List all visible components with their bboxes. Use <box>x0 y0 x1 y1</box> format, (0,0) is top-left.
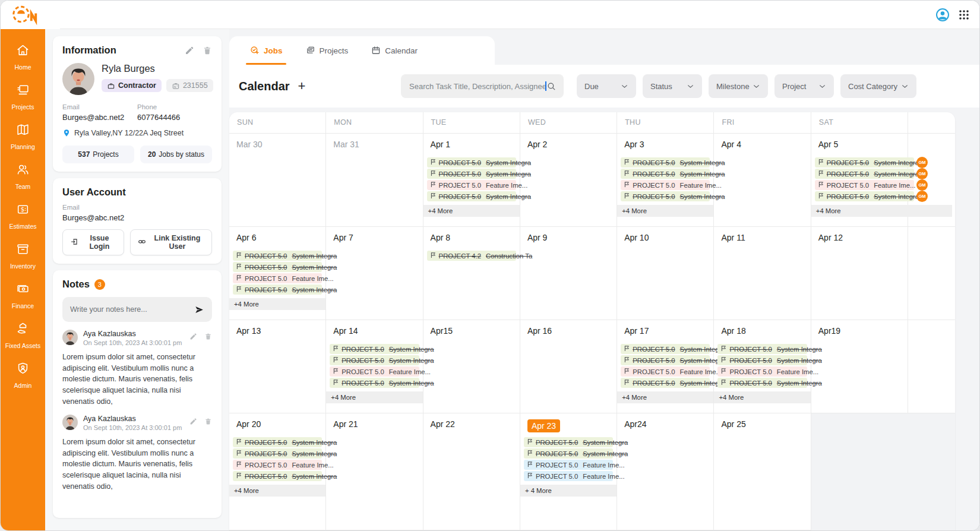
calendar-event[interactable]: PROJECT 5.0System Integra <box>524 437 613 447</box>
send-icon[interactable] <box>194 305 204 315</box>
calendar-event[interactable]: PROJECT 5.0Feature Ime...GM <box>815 180 914 190</box>
calendar-event[interactable]: PROJECT 5.0System Integra <box>621 169 710 179</box>
edit-icon[interactable] <box>189 332 197 340</box>
more-events-button[interactable]: +4 More <box>229 485 325 497</box>
calendar-cell-apr19[interactable]: Apr19 <box>811 320 908 413</box>
issue-login-button[interactable]: Issue Login <box>62 229 124 255</box>
works-logo[interactable]: Works <box>8 2 43 40</box>
notes-input-field[interactable] <box>70 305 194 314</box>
calendar-event[interactable]: PROJECT 5.0Feature Ime... <box>427 180 516 190</box>
calendar-event[interactable]: PROJECT 5.0System Integra <box>330 344 419 354</box>
calendar-event[interactable]: PROJECT 5.0System Integra <box>233 448 322 459</box>
calendar-cell-apr-14[interactable]: Apr 14PROJECT 5.0System IntegraPROJECT 5… <box>326 320 423 413</box>
sidebar-item-projects[interactable]: Projects <box>1 77 45 117</box>
link-existing-user-button[interactable]: Link Existing User <box>130 229 212 255</box>
filter-milestone[interactable]: Milestone <box>709 74 768 98</box>
user-avatar-icon[interactable] <box>935 8 950 22</box>
more-events-button[interactable]: +4 More <box>714 391 810 403</box>
calendar-cell-apr15[interactable]: Apr15 <box>423 320 520 413</box>
sidebar-item-estimates[interactable]: $Estimates <box>1 197 45 236</box>
calendar-event[interactable]: PROJECT 5.0System Integra <box>621 157 710 167</box>
more-events-button[interactable]: +4 More <box>229 298 325 310</box>
delete-icon[interactable] <box>204 332 212 340</box>
calendar-event[interactable]: PROJECT 5.0System Integra <box>233 437 322 447</box>
stat-chip-projects[interactable]: 537Projects <box>62 146 134 163</box>
calendar-event[interactable]: PROJECT 5.0System Integra <box>427 157 516 167</box>
calendar-cell-apr-25[interactable]: Apr 25 <box>714 413 811 530</box>
calendar-cell-apr-12[interactable]: Apr 12 <box>811 227 908 320</box>
edit-icon[interactable] <box>185 46 194 55</box>
calendar-event[interactable]: PROJECT 5.0System Integra <box>233 471 322 481</box>
filter-status[interactable]: Status <box>643 74 702 98</box>
calendar-cell-apr-8[interactable]: Apr 8PROJECT 4.2Construction Ta <box>423 227 520 320</box>
calendar-event[interactable]: PROJECT 5.0System Integra <box>427 191 516 201</box>
calendar-event[interactable]: PROJECT 5.0Feature Ime... <box>330 366 419 377</box>
calendar-event[interactable]: PROJECT 5.0Feature Ime... <box>621 366 710 377</box>
sidebar-item-finance[interactable]: Finance <box>1 276 45 316</box>
edit-icon[interactable] <box>189 417 197 425</box>
calendar-cell-apr-5[interactable]: Apr 5PROJECT 5.0System Integrat...GMPROJ… <box>811 134 908 227</box>
calendar-event[interactable]: PROJECT 5.0System Integra <box>233 285 322 295</box>
filter-project[interactable]: Project <box>774 74 834 98</box>
calendar-event[interactable]: PROJECT 5.0Feature Ime... <box>233 273 322 283</box>
tab-projects[interactable]: Projects <box>297 36 357 65</box>
search-input[interactable] <box>409 82 546 91</box>
calendar-event[interactable]: PROJECT 5.0System Integrat...GM <box>815 157 914 167</box>
calendar-event[interactable]: PROJECT 5.0System Integra <box>621 191 710 201</box>
calendar-cell-apr-6[interactable]: Apr 6PROJECT 5.0System IntegraPROJECT 5.… <box>229 227 326 320</box>
calendar-event[interactable]: PROJECT 5.0System Integra <box>330 378 419 388</box>
calendar-cell-apr-11[interactable]: Apr 11 <box>714 227 811 320</box>
calendar-cell-apr-21[interactable]: Apr 21 <box>326 413 423 530</box>
calendar-event[interactable]: PROJECT 5.0System Integra <box>621 344 710 354</box>
calendar-event[interactable]: PROJECT 5.0System Integrat...GM <box>815 169 914 179</box>
calendar-cell-apr-9[interactable]: Apr 9 <box>520 227 617 320</box>
calendar-event[interactable]: PROJECT 5.0System Integra <box>427 169 516 179</box>
filter-due[interactable]: Due <box>577 74 636 98</box>
calendar-event[interactable]: PROJECT 5.0Feature Ime... <box>524 471 613 481</box>
calendar-event[interactable]: PROJECT 5.0System Integra <box>233 262 322 272</box>
calendar-cell-apr-2[interactable]: Apr 2 <box>520 134 617 227</box>
tab-jobs[interactable]: Jobs <box>241 36 291 65</box>
more-events-button[interactable]: +4 More <box>617 391 713 403</box>
calendar-event[interactable]: PROJECT 5.0System Integra <box>717 378 807 388</box>
calendar-event[interactable]: PROJECT 5.0System Integra <box>621 355 710 365</box>
calendar-event[interactable]: PROJECT 5.0Feature Ime... <box>621 180 710 190</box>
calendar-cell-apr-17[interactable]: Apr 17PROJECT 5.0System IntegraPROJECT 5… <box>617 320 714 413</box>
calendar-cell-apr-4[interactable]: Apr 4 <box>714 134 811 227</box>
more-events-button[interactable]: + 4 More <box>520 485 617 497</box>
calendar-event[interactable]: PROJECT 5.0System Integra <box>717 355 807 365</box>
calendar-cell-apr-18[interactable]: Apr 18PROJECT 5.0System IntegraPROJECT 5… <box>714 320 811 413</box>
calendar-event[interactable]: PROJECT 5.0Feature Ime... <box>524 460 613 470</box>
sidebar-item-planning[interactable]: Planning <box>1 117 45 157</box>
sidebar-item-team[interactable]: Team <box>1 157 45 197</box>
calendar-cell-apr-20[interactable]: Apr 20PROJECT 5.0System IntegraPROJECT 5… <box>229 413 326 530</box>
more-events-button[interactable]: +4 More <box>811 205 952 217</box>
calendar-event[interactable]: PROJECT 5.0System Integra <box>717 344 807 354</box>
calendar-cell-mar-30[interactable]: Mar 30 <box>229 134 326 227</box>
calendar-event[interactable]: PROJECT 5.0System Integra <box>621 378 710 388</box>
sidebar-item-home[interactable]: Home <box>1 37 45 77</box>
more-events-button[interactable]: +4 More <box>326 391 422 403</box>
calendar-cell-apr-3[interactable]: Apr 3PROJECT 5.0System IntegraPROJECT 5.… <box>617 134 714 227</box>
calendar-cell-apr24[interactable]: Apr24 <box>617 413 714 530</box>
calendar-cell-apr-1[interactable]: Apr 1PROJECT 5.0System IntegraPROJECT 5.… <box>423 134 520 227</box>
calendar-cell-apr-22[interactable]: Apr 22 <box>423 413 520 530</box>
delete-icon[interactable] <box>204 417 212 425</box>
stat-chip-jobs-by-status[interactable]: 20Jobs by status <box>140 146 212 163</box>
calendar-event[interactable]: PROJECT 5.0System Integrat...GM <box>815 191 914 201</box>
more-events-button[interactable]: +4 More <box>423 205 520 217</box>
calendar-cell-mar-31[interactable]: Mar 31 <box>326 134 423 227</box>
sidebar-item-inventory[interactable]: Inventory <box>1 236 45 276</box>
sidebar-item-admin[interactable]: Admin <box>1 356 45 396</box>
calendar-cell-apr-10[interactable]: Apr 10 <box>617 227 714 320</box>
apps-grid-icon[interactable] <box>957 8 971 22</box>
tab-calendar[interactable]: Calendar <box>362 36 426 65</box>
calendar-event[interactable]: PROJECT 4.2Construction Ta <box>427 251 516 261</box>
calendar-cell-apr-13[interactable]: Apr 13 <box>229 320 326 413</box>
sidebar-item-fixed-assets[interactable]: Fixed Assets <box>1 316 45 356</box>
calendar-cell[interactable] <box>811 413 908 530</box>
calendar-event[interactable]: PROJECT 5.0System Integra <box>330 355 419 365</box>
filter-cost-category[interactable]: Cost Category <box>840 74 916 98</box>
search-box[interactable] <box>401 74 564 98</box>
add-button[interactable]: + <box>298 80 306 92</box>
